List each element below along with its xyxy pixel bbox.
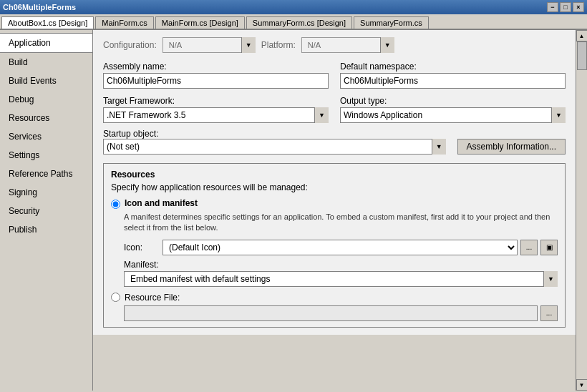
- resources-section-desc: Specify how application resources will b…: [111, 182, 558, 192]
- sidebar-item-resources[interactable]: Resources: [0, 109, 92, 127]
- maximize-button[interactable]: □: [560, 2, 571, 12]
- resource-file-browse-button[interactable]: ...: [540, 305, 558, 321]
- title-bar: Ch06MultipleForms − □ ×: [0, 0, 587, 14]
- assembly-info-button[interactable]: Assembly Information...: [457, 139, 566, 155]
- icon-manifest-label: Icon and manifest: [125, 198, 198, 208]
- manifest-label: Manifest:: [124, 260, 558, 270]
- sidebar-item-signing[interactable]: Signing: [0, 183, 92, 202]
- sidebar-item-security[interactable]: Security: [0, 202, 92, 220]
- icon-browse-button[interactable]: ...: [520, 240, 538, 255]
- sidebar-item-build-events[interactable]: Build Events: [0, 72, 92, 90]
- sidebar-item-build[interactable]: Build: [0, 53, 92, 72]
- output-type-select[interactable]: Windows Application: [340, 107, 566, 123]
- name-namespace-grid: Assembly name: Default namespace:: [103, 62, 566, 89]
- inner-content: Configuration: N/A ▼ Platform: N/A ▼: [93, 30, 576, 391]
- sidebar-item-debug[interactable]: Debug: [0, 90, 92, 109]
- tabs-row: AboutBox1.cs [Design] MainForm.cs MainFo…: [0, 14, 587, 30]
- startup-object-field: Startup object: (Not set) ▼: [103, 129, 446, 155]
- content-panel: Configuration: N/A ▼ Platform: N/A ▼: [93, 30, 576, 335]
- manifest-row: Manifest: Embed manifest with default se…: [124, 260, 558, 287]
- assembly-name-input[interactable]: [103, 73, 329, 89]
- platform-label: Platform:: [261, 40, 296, 50]
- startup-row: Startup object: (Not set) ▼ Assembly Inf…: [103, 129, 566, 155]
- scrollbar: ▲ ▼: [576, 30, 587, 391]
- icon-manifest-option: Icon and manifest: [111, 198, 558, 209]
- target-framework-field: Target Framework: .NET Framework 3.5 ▼: [103, 96, 329, 123]
- platform-select[interactable]: N/A: [301, 37, 394, 53]
- sidebar-item-settings[interactable]: Settings: [0, 146, 92, 165]
- output-type-label: Output type:: [340, 96, 566, 106]
- icon-select[interactable]: (Default Icon): [162, 240, 518, 255]
- sidebar-item-services[interactable]: Services: [0, 127, 92, 146]
- resource-file-radio[interactable]: [111, 293, 120, 302]
- scroll-track[interactable]: [577, 41, 587, 379]
- content-area: Configuration: N/A ▼ Platform: N/A ▼: [93, 30, 587, 391]
- icon-manifest-radio[interactable]: [111, 200, 120, 209]
- tab-summaryform-design[interactable]: SummaryForm.cs [Design]: [246, 16, 352, 29]
- icon-manifest-radio-group: Icon and manifest A manifest determines …: [111, 198, 558, 234]
- manifest-select[interactable]: Embed manifest with default settings: [124, 271, 558, 287]
- framework-output-grid: Target Framework: .NET Framework 3.5 ▼ O…: [103, 96, 566, 123]
- assembly-name-label: Assembly name:: [103, 62, 329, 72]
- icon-manifest-desc: A manifest determines specific settings …: [124, 212, 558, 234]
- title-bar-buttons: − □ ×: [547, 2, 584, 12]
- scroll-thumb[interactable]: [577, 41, 587, 70]
- sidebar-item-reference-paths[interactable]: Reference Paths: [0, 165, 92, 183]
- configuration-dropdown-wrapper: N/A ▼: [162, 37, 256, 53]
- output-type-field: Output type: Windows Application ▼: [340, 96, 566, 123]
- configuration-select[interactable]: N/A: [162, 37, 256, 53]
- assembly-name-field: Assembly name:: [103, 62, 329, 89]
- default-namespace-label: Default namespace:: [340, 62, 566, 72]
- resources-section: Resources Specify how application resour…: [103, 163, 566, 328]
- platform-dropdown-wrapper: N/A ▼: [301, 37, 394, 53]
- close-button[interactable]: ×: [573, 2, 584, 12]
- icon-preview-button[interactable]: ▣: [540, 240, 558, 255]
- config-row: Configuration: N/A ▼ Platform: N/A ▼: [103, 37, 566, 53]
- resource-file-input[interactable]: [124, 305, 538, 321]
- sidebar: Application Build Build Events Debug Res…: [0, 30, 93, 391]
- icon-field-label: Icon:: [124, 242, 160, 253]
- target-framework-dropdown-wrap: .NET Framework 3.5 ▼: [103, 107, 329, 123]
- startup-object-dropdown-wrap: (Not set) ▼: [103, 139, 446, 155]
- assembly-info-wrapper: Assembly Information...: [457, 139, 566, 155]
- configuration-label: Configuration:: [103, 40, 157, 50]
- startup-object-label: Startup object:: [103, 129, 158, 139]
- default-namespace-input[interactable]: [340, 73, 566, 89]
- tab-summaryform[interactable]: SummaryForm.cs: [354, 16, 429, 29]
- sidebar-item-publish[interactable]: Publish: [0, 220, 92, 239]
- sidebar-item-application[interactable]: Application: [0, 33, 92, 53]
- scroll-down-button[interactable]: ▼: [576, 379, 588, 391]
- tab-mainform-design[interactable]: MainForm.cs [Design]: [155, 16, 245, 29]
- resource-file-input-row: ...: [124, 305, 558, 321]
- tab-about[interactable]: AboutBox1.cs [Design]: [1, 16, 94, 30]
- minimize-button[interactable]: −: [547, 2, 558, 12]
- resource-file-label: Resource File:: [125, 293, 180, 303]
- tab-mainform[interactable]: MainForm.cs: [95, 16, 154, 29]
- default-namespace-field: Default namespace:: [340, 62, 566, 89]
- manifest-dropdown-wrap: Embed manifest with default settings ▼: [124, 271, 558, 287]
- output-type-dropdown-wrap: Windows Application ▼: [340, 107, 566, 123]
- resource-file-radio-row: Resource File:: [111, 293, 558, 303]
- startup-object-select[interactable]: (Not set): [103, 139, 446, 155]
- main-layout: Application Build Build Events Debug Res…: [0, 30, 587, 391]
- icon-row: Icon: (Default Icon) ... ▣: [124, 240, 558, 255]
- target-framework-label: Target Framework:: [103, 96, 329, 106]
- icon-dropdown-wrap: (Default Icon): [162, 240, 518, 255]
- title-bar-text: Ch06MultipleForms: [3, 3, 76, 11]
- resources-section-title: Resources: [111, 170, 558, 180]
- scroll-up-button[interactable]: ▲: [576, 30, 588, 41]
- target-framework-select[interactable]: .NET Framework 3.5: [103, 107, 329, 123]
